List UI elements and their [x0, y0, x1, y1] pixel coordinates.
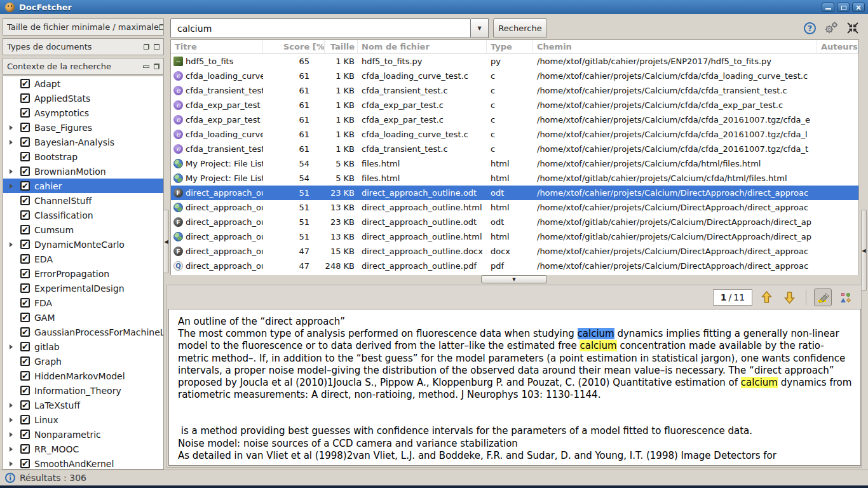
tree-item-asymptotics[interactable]: ✔Asymptotics: [3, 105, 163, 120]
table-row[interactable]: ecfda_exp_par_test611 KBcfda_exp_par_tes…: [171, 98, 858, 112]
close-button[interactable]: ×: [852, 3, 865, 12]
panel-header-search-scope[interactable]: Contexte de la recherche: [3, 58, 164, 75]
right-sash-handle[interactable]: ◀: [861, 210, 867, 291]
minimize-button[interactable]: [822, 3, 834, 12]
sash-collapse-down-button[interactable]: ▼: [481, 275, 547, 283]
expander-icon[interactable]: [10, 432, 17, 437]
expander-icon[interactable]: [10, 140, 17, 145]
checkbox[interactable]: ✔: [20, 240, 30, 249]
checkbox[interactable]: ✔: [20, 444, 30, 454]
tree-item-base-figures[interactable]: ✔Base_Figures: [3, 120, 163, 135]
tree-item-bayesian-analysis[interactable]: ✔Bayesian-Analysis: [3, 135, 163, 149]
maximize-panel-icon[interactable]: [154, 44, 159, 50]
search-button[interactable]: Recherche: [493, 18, 547, 38]
expander-icon[interactable]: [10, 344, 17, 349]
checkbox[interactable]: ✔: [20, 210, 30, 220]
tree-item-dynamicmontecarlo[interactable]: ✔DynamicMonteCarlo: [3, 237, 163, 252]
tree-item-brownianmotion[interactable]: ✔BrownianMotion: [3, 164, 163, 179]
restore-panel-icon[interactable]: [144, 44, 149, 50]
column-header-auteurs[interactable]: Auteurs: [817, 40, 858, 54]
checkbox[interactable]: ✔: [20, 342, 30, 351]
table-row[interactable]: ecfda_transient_test611 KBcfda_transient…: [171, 142, 858, 156]
expander-icon[interactable]: [10, 169, 17, 174]
tree-item-errorpropagation[interactable]: ✔ErrorPropagation: [3, 266, 163, 281]
collapse-program-icon[interactable]: [846, 22, 859, 34]
checkbox[interactable]: ✔: [20, 313, 30, 322]
tree-item-classification[interactable]: ✔Classification: [3, 208, 163, 222]
restore-panel-icon[interactable]: [159, 24, 164, 30]
checkbox[interactable]: ✔: [20, 254, 30, 264]
checkbox[interactable]: ✔: [20, 430, 30, 439]
horizontal-sash[interactable]: ▼: [166, 275, 862, 284]
tree-item-rr-mooc[interactable]: ✔RR_MOOC: [3, 442, 163, 456]
checkbox[interactable]: ✔: [20, 283, 30, 293]
table-row[interactable]: ecfda_loading_curve_test611 KBcfda_loadi…: [171, 69, 858, 83]
table-row[interactable]: ecfda_exp_par_test611 KBcfda_exp_par_tes…: [171, 112, 858, 127]
checkbox[interactable]: ✔: [20, 356, 30, 366]
tree-item-appliedstats[interactable]: ✔AppliedStats: [3, 91, 163, 105]
table-row[interactable]: Fdirect_approach_outline5123 KBdirect_ap…: [171, 215, 858, 229]
help-icon[interactable]: ?: [804, 22, 816, 34]
table-row[interactable]: ecfda_transient_test611 KBcfda_transient…: [171, 83, 858, 98]
column-header-score[interactable]: Score [%]: [263, 40, 325, 54]
table-row[interactable]: ecfda_loading_curve_test611 KBcfda_loadi…: [171, 127, 858, 142]
checkbox[interactable]: ✔: [20, 400, 30, 410]
column-header-nom-de-fichier[interactable]: Nom de fichier: [358, 40, 487, 54]
checkbox[interactable]: ✔: [20, 196, 30, 205]
table-row[interactable]: My Project: File List545 KBfiles.htmlhtm…: [171, 156, 858, 171]
tree-item-gaussianprocessformachinelearning[interactable]: ✔GaussianProcessForMachineLearning: [3, 325, 163, 339]
column-header-chemin[interactable]: Chemin: [533, 40, 817, 54]
table-row[interactable]: Fdirect_approach_outline5123 KBdirect_ap…: [171, 186, 858, 200]
checkbox[interactable]: ✔: [20, 386, 30, 395]
open-external-button[interactable]: [837, 288, 855, 306]
tree-item-fda[interactable]: ✔FDA: [3, 295, 163, 310]
maximize-button[interactable]: [837, 3, 850, 12]
tree-item-cahier[interactable]: ✔cahier: [3, 179, 163, 193]
table-row[interactable]: Fdirect_approach_outline4715 KBdirect_ap…: [171, 244, 858, 259]
column-header-type[interactable]: Type: [487, 40, 533, 54]
tree-item-experimentaldesign[interactable]: ✔ExperimentalDesign: [3, 281, 163, 295]
table-row[interactable]: My Project: File List545 KBfiles.htmlhtm…: [171, 171, 858, 186]
expander-icon[interactable]: [10, 125, 17, 130]
tree-item-adapt[interactable]: ✔Adapt: [3, 76, 163, 91]
search-input[interactable]: [170, 18, 471, 38]
expander-icon[interactable]: [10, 403, 17, 408]
column-header-titre[interactable]: Titre: [171, 40, 263, 54]
checkbox[interactable]: ✔: [20, 269, 30, 278]
search-history-dropdown[interactable]: ▼: [471, 18, 489, 38]
left-sash-handle[interactable]: ◀: [163, 210, 169, 273]
panel-header-document-types[interactable]: Types de documents: [3, 38, 164, 55]
expander-icon[interactable]: [10, 447, 17, 452]
table-row[interactable]: direct_approach_outline5113 KBdirect_app…: [171, 229, 858, 244]
checkbox[interactable]: ✔: [20, 166, 30, 176]
tree-item-information-theory[interactable]: ✔Information_Theory: [3, 383, 163, 398]
table-row[interactable]: ~hdf5_to_fits651 KBhdf5_to_fits.pypy/hom…: [171, 54, 858, 69]
tree-item-graph[interactable]: ✔Graph: [3, 354, 163, 369]
checkbox[interactable]: ✔: [20, 108, 30, 118]
checkbox[interactable]: ✔: [20, 181, 30, 191]
tree-item-hiddenmarkovmodel[interactable]: ✔HiddenMarkovModel: [3, 369, 163, 383]
tree-item-linux[interactable]: ✔Linux: [3, 412, 163, 427]
tree-item-nonparametric[interactable]: ✔Nonparametric: [3, 427, 163, 442]
column-header-taille[interactable]: Taille: [325, 40, 358, 54]
checkbox[interactable]: ✔: [20, 225, 30, 234]
tree-item-gam[interactable]: ✔GAM: [3, 310, 163, 325]
minimize-panel-icon[interactable]: [143, 65, 149, 68]
table-row[interactable]: Qdirect_approach_outline47248 KBdirect_a…: [171, 259, 858, 273]
checkbox[interactable]: ✔: [20, 371, 30, 381]
tree-item-channelstuff[interactable]: ✔ChannelStuff: [3, 193, 163, 208]
expander-icon[interactable]: [10, 461, 17, 466]
checkbox[interactable]: ✔: [20, 298, 30, 308]
checkbox[interactable]: ✔: [20, 123, 30, 132]
tree-item-latexstuff[interactable]: ✔LaTeXstuff: [3, 398, 163, 412]
previous-occurrence-button[interactable]: [757, 288, 775, 306]
expander-icon[interactable]: [10, 242, 17, 247]
checkbox[interactable]: ✔: [20, 137, 30, 147]
checkbox[interactable]: ✔: [20, 459, 30, 468]
checkbox[interactable]: ✔: [20, 327, 30, 337]
panel-header-min-max-filesize[interactable]: Taille de fichier minimale / maximale: [3, 18, 164, 36]
highlighting-toggle-button[interactable]: [814, 288, 832, 306]
checkbox[interactable]: ✔: [20, 415, 30, 424]
checkbox[interactable]: ✔: [20, 79, 30, 88]
next-occurrence-button[interactable]: [780, 288, 798, 306]
